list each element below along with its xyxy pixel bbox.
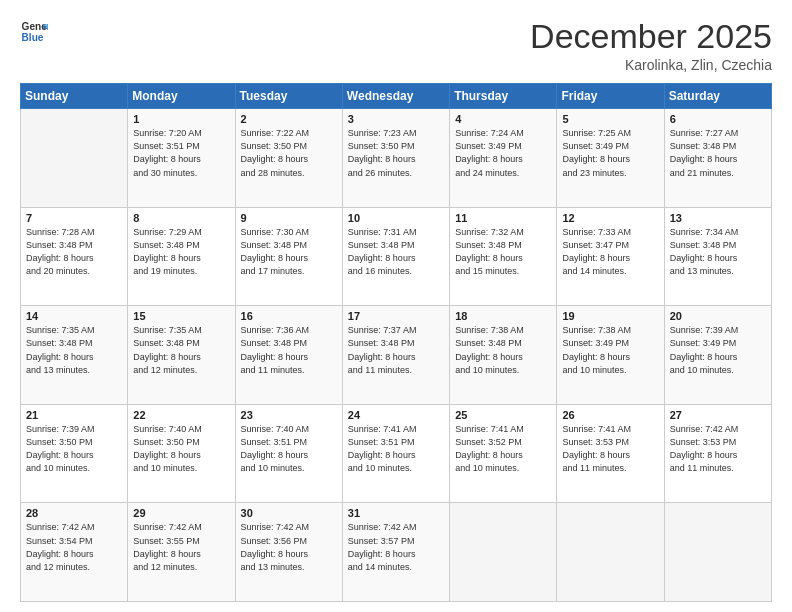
cell-info: Sunrise: 7:20 AM Sunset: 3:51 PM Dayligh… — [133, 127, 229, 179]
cell-info: Sunrise: 7:42 AM Sunset: 3:54 PM Dayligh… — [26, 521, 122, 573]
calendar-cell: 28Sunrise: 7:42 AM Sunset: 3:54 PM Dayli… — [21, 503, 128, 602]
cell-info: Sunrise: 7:38 AM Sunset: 3:48 PM Dayligh… — [455, 324, 551, 376]
cell-info: Sunrise: 7:23 AM Sunset: 3:50 PM Dayligh… — [348, 127, 444, 179]
calendar-cell: 22Sunrise: 7:40 AM Sunset: 3:50 PM Dayli… — [128, 404, 235, 503]
calendar-cell: 17Sunrise: 7:37 AM Sunset: 3:48 PM Dayli… — [342, 306, 449, 405]
calendar-cell: 10Sunrise: 7:31 AM Sunset: 3:48 PM Dayli… — [342, 207, 449, 306]
calendar-cell — [664, 503, 771, 602]
cell-info: Sunrise: 7:37 AM Sunset: 3:48 PM Dayligh… — [348, 324, 444, 376]
day-number: 27 — [670, 409, 766, 421]
calendar-cell — [557, 503, 664, 602]
day-number: 11 — [455, 212, 551, 224]
day-number: 24 — [348, 409, 444, 421]
calendar-cell: 29Sunrise: 7:42 AM Sunset: 3:55 PM Dayli… — [128, 503, 235, 602]
calendar-week-2: 7Sunrise: 7:28 AM Sunset: 3:48 PM Daylig… — [21, 207, 772, 306]
svg-text:Blue: Blue — [22, 32, 44, 43]
cell-info: Sunrise: 7:42 AM Sunset: 3:57 PM Dayligh… — [348, 521, 444, 573]
calendar-cell: 13Sunrise: 7:34 AM Sunset: 3:48 PM Dayli… — [664, 207, 771, 306]
calendar-cell: 31Sunrise: 7:42 AM Sunset: 3:57 PM Dayli… — [342, 503, 449, 602]
calendar-cell: 8Sunrise: 7:29 AM Sunset: 3:48 PM Daylig… — [128, 207, 235, 306]
cell-info: Sunrise: 7:34 AM Sunset: 3:48 PM Dayligh… — [670, 226, 766, 278]
header: General Blue December 2025 Karolinka, Zl… — [20, 18, 772, 73]
day-number: 16 — [241, 310, 337, 322]
calendar-cell: 3Sunrise: 7:23 AM Sunset: 3:50 PM Daylig… — [342, 109, 449, 208]
calendar-cell: 21Sunrise: 7:39 AM Sunset: 3:50 PM Dayli… — [21, 404, 128, 503]
calendar-cell: 5Sunrise: 7:25 AM Sunset: 3:49 PM Daylig… — [557, 109, 664, 208]
day-number: 29 — [133, 507, 229, 519]
cell-info: Sunrise: 7:33 AM Sunset: 3:47 PM Dayligh… — [562, 226, 658, 278]
day-header-tuesday: Tuesday — [235, 84, 342, 109]
calendar-week-3: 14Sunrise: 7:35 AM Sunset: 3:48 PM Dayli… — [21, 306, 772, 405]
day-number: 12 — [562, 212, 658, 224]
cell-info: Sunrise: 7:39 AM Sunset: 3:50 PM Dayligh… — [26, 423, 122, 475]
cell-info: Sunrise: 7:38 AM Sunset: 3:49 PM Dayligh… — [562, 324, 658, 376]
logo-icon: General Blue — [20, 18, 48, 46]
title-block: December 2025 Karolinka, Zlin, Czechia — [530, 18, 772, 73]
day-number: 13 — [670, 212, 766, 224]
cell-info: Sunrise: 7:42 AM Sunset: 3:56 PM Dayligh… — [241, 521, 337, 573]
cell-info: Sunrise: 7:40 AM Sunset: 3:50 PM Dayligh… — [133, 423, 229, 475]
day-number: 2 — [241, 113, 337, 125]
calendar-cell: 12Sunrise: 7:33 AM Sunset: 3:47 PM Dayli… — [557, 207, 664, 306]
page: General Blue December 2025 Karolinka, Zl… — [0, 0, 792, 612]
day-number: 3 — [348, 113, 444, 125]
calendar-week-4: 21Sunrise: 7:39 AM Sunset: 3:50 PM Dayli… — [21, 404, 772, 503]
calendar-cell: 25Sunrise: 7:41 AM Sunset: 3:52 PM Dayli… — [450, 404, 557, 503]
cell-info: Sunrise: 7:42 AM Sunset: 3:53 PM Dayligh… — [670, 423, 766, 475]
cell-info: Sunrise: 7:40 AM Sunset: 3:51 PM Dayligh… — [241, 423, 337, 475]
day-number: 23 — [241, 409, 337, 421]
cell-info: Sunrise: 7:25 AM Sunset: 3:49 PM Dayligh… — [562, 127, 658, 179]
day-number: 4 — [455, 113, 551, 125]
calendar-cell: 27Sunrise: 7:42 AM Sunset: 3:53 PM Dayli… — [664, 404, 771, 503]
calendar-cell: 14Sunrise: 7:35 AM Sunset: 3:48 PM Dayli… — [21, 306, 128, 405]
day-header-sunday: Sunday — [21, 84, 128, 109]
calendar-cell: 26Sunrise: 7:41 AM Sunset: 3:53 PM Dayli… — [557, 404, 664, 503]
cell-info: Sunrise: 7:27 AM Sunset: 3:48 PM Dayligh… — [670, 127, 766, 179]
calendar-cell: 11Sunrise: 7:32 AM Sunset: 3:48 PM Dayli… — [450, 207, 557, 306]
day-number: 22 — [133, 409, 229, 421]
calendar-cell: 6Sunrise: 7:27 AM Sunset: 3:48 PM Daylig… — [664, 109, 771, 208]
day-number: 5 — [562, 113, 658, 125]
cell-info: Sunrise: 7:41 AM Sunset: 3:51 PM Dayligh… — [348, 423, 444, 475]
calendar-cell: 18Sunrise: 7:38 AM Sunset: 3:48 PM Dayli… — [450, 306, 557, 405]
calendar-cell: 2Sunrise: 7:22 AM Sunset: 3:50 PM Daylig… — [235, 109, 342, 208]
day-number: 19 — [562, 310, 658, 322]
calendar-week-5: 28Sunrise: 7:42 AM Sunset: 3:54 PM Dayli… — [21, 503, 772, 602]
calendar-cell — [450, 503, 557, 602]
calendar-week-1: 1Sunrise: 7:20 AM Sunset: 3:51 PM Daylig… — [21, 109, 772, 208]
cell-info: Sunrise: 7:41 AM Sunset: 3:52 PM Dayligh… — [455, 423, 551, 475]
calendar-cell: 1Sunrise: 7:20 AM Sunset: 3:51 PM Daylig… — [128, 109, 235, 208]
day-number: 14 — [26, 310, 122, 322]
calendar-cell: 20Sunrise: 7:39 AM Sunset: 3:49 PM Dayli… — [664, 306, 771, 405]
calendar-cell — [21, 109, 128, 208]
cell-info: Sunrise: 7:35 AM Sunset: 3:48 PM Dayligh… — [133, 324, 229, 376]
day-header-thursday: Thursday — [450, 84, 557, 109]
cell-info: Sunrise: 7:28 AM Sunset: 3:48 PM Dayligh… — [26, 226, 122, 278]
logo: General Blue — [20, 18, 48, 46]
day-number: 9 — [241, 212, 337, 224]
day-number: 30 — [241, 507, 337, 519]
calendar-table: SundayMondayTuesdayWednesdayThursdayFrid… — [20, 83, 772, 602]
cell-info: Sunrise: 7:35 AM Sunset: 3:48 PM Dayligh… — [26, 324, 122, 376]
calendar-cell: 19Sunrise: 7:38 AM Sunset: 3:49 PM Dayli… — [557, 306, 664, 405]
day-number: 21 — [26, 409, 122, 421]
cell-info: Sunrise: 7:42 AM Sunset: 3:55 PM Dayligh… — [133, 521, 229, 573]
day-number: 18 — [455, 310, 551, 322]
calendar-cell: 7Sunrise: 7:28 AM Sunset: 3:48 PM Daylig… — [21, 207, 128, 306]
calendar-cell: 16Sunrise: 7:36 AM Sunset: 3:48 PM Dayli… — [235, 306, 342, 405]
cell-info: Sunrise: 7:22 AM Sunset: 3:50 PM Dayligh… — [241, 127, 337, 179]
cell-info: Sunrise: 7:30 AM Sunset: 3:48 PM Dayligh… — [241, 226, 337, 278]
day-number: 17 — [348, 310, 444, 322]
calendar-cell: 24Sunrise: 7:41 AM Sunset: 3:51 PM Dayli… — [342, 404, 449, 503]
day-number: 25 — [455, 409, 551, 421]
day-header-wednesday: Wednesday — [342, 84, 449, 109]
cell-info: Sunrise: 7:39 AM Sunset: 3:49 PM Dayligh… — [670, 324, 766, 376]
day-header-friday: Friday — [557, 84, 664, 109]
cell-info: Sunrise: 7:36 AM Sunset: 3:48 PM Dayligh… — [241, 324, 337, 376]
calendar-cell: 15Sunrise: 7:35 AM Sunset: 3:48 PM Dayli… — [128, 306, 235, 405]
day-header-monday: Monday — [128, 84, 235, 109]
day-number: 7 — [26, 212, 122, 224]
month-title: December 2025 — [530, 18, 772, 55]
calendar-cell: 9Sunrise: 7:30 AM Sunset: 3:48 PM Daylig… — [235, 207, 342, 306]
day-number: 6 — [670, 113, 766, 125]
